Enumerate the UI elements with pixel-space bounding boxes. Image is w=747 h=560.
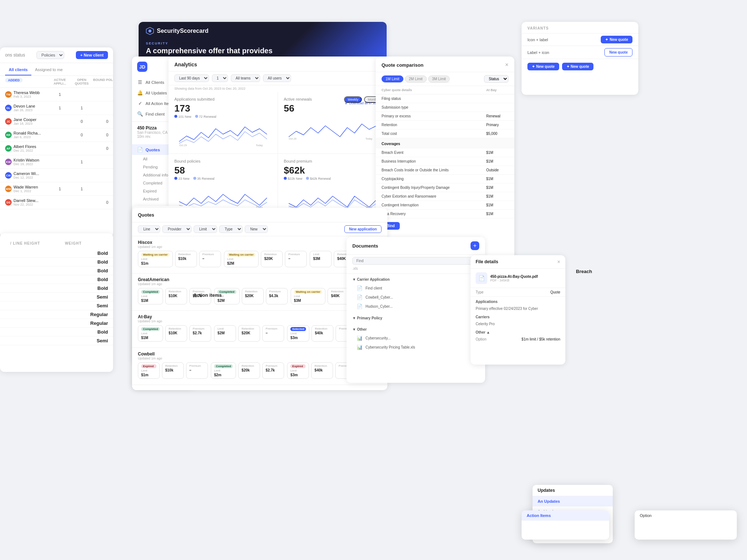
cov-data-label: Data Recovery [376, 210, 480, 218]
count-filter[interactable]: 1 [212, 74, 228, 82]
type-row: Bold [0, 284, 113, 293]
company-info: GreatAmerican Updated 1m ago [138, 277, 169, 286]
policies-select[interactable]: Policies [36, 51, 64, 59]
doc-item-find-client[interactable]: 📄 Find client [347, 284, 485, 293]
chart-legend-apps: 101 New 72 Renewal [174, 115, 272, 118]
client-info: RR Ronald Richa... Jan 6, 2023 [5, 131, 49, 139]
svg-text:Oct 29: Oct 29 [179, 144, 187, 147]
status-badge: Completed [214, 364, 233, 368]
carrier-value: $20k [241, 368, 257, 372]
new-filter[interactable]: New [245, 225, 268, 233]
quote-close-button[interactable]: × [505, 62, 508, 68]
carrier-value: $1m [141, 261, 170, 265]
download-btn[interactable]: ⬇ Download all in .xsl [345, 101, 377, 105]
open-quotes: 1 [71, 187, 93, 191]
active-apps: 1 [49, 92, 71, 97]
dropdown-option-item[interactable]: Option [635, 510, 737, 521]
other-section-title[interactable]: Other ▲ [471, 327, 565, 336]
tab-3m[interactable]: 3M Limit [428, 75, 450, 82]
status-badge: Expired [141, 364, 156, 368]
new-quote-btn-top2[interactable]: ✦ New quote [562, 63, 594, 70]
client-date: Nov 22, 2022 [13, 203, 38, 206]
users-filter[interactable]: All users [263, 74, 291, 82]
carrier-label: Retention [169, 290, 184, 293]
tab-2m[interactable]: 2M Limit [405, 75, 427, 82]
docs-add-button[interactable]: + [471, 241, 479, 250]
dropdown-an-updates[interactable]: An Updates [533, 496, 613, 506]
avatar: WW [5, 186, 12, 192]
quote-row-header: Cowbell Updated 1m ago [138, 351, 382, 360]
doc-item-hudson[interactable]: 📄 Hudson_Cyber... [347, 302, 485, 311]
doc-name-hudson: Hudson_Cyber... [365, 304, 393, 308]
client-name: Albert Flores [13, 144, 36, 149]
doc-item-pricing-table[interactable]: 📊 Cybersecurity Pricing Table.xls [347, 343, 485, 352]
variant-row-label-icon: Label + icon New quote [522, 46, 638, 59]
provider-filter[interactable]: Provider [162, 225, 191, 233]
other-docs-title[interactable]: ▼ Other [347, 325, 485, 334]
line-filter[interactable]: Line [138, 225, 160, 233]
file-details-close[interactable]: × [557, 259, 560, 265]
table-row[interactable]: RR Ronald Richa... Jan 6, 2023 0 0 [0, 128, 113, 142]
table-row[interactable]: CW Cameron Wi... Dec 12, 2022 [0, 169, 113, 182]
carrier-group: Waiting on carrier Limit $2M Retention $… [224, 251, 307, 267]
doc-item-cowbell[interactable]: 📄 Cowbell_Cyber... [347, 293, 485, 302]
quote-tabs: 1M Limit 2M Limit 3M Limit [382, 75, 450, 83]
primary-policy-title[interactable]: ▼ Primary Policy [347, 314, 485, 322]
type-filter[interactable]: Type [219, 225, 243, 233]
table-row[interactable]: DL Devon Lane Jan 26, 2023 1 1 [0, 101, 113, 115]
table-row[interactable]: DS Darrell Stew... Nov 22, 2022 0 [0, 196, 113, 209]
carrier-label: Limit [141, 295, 160, 298]
period-filter[interactable]: Last 90 days [174, 74, 209, 82]
docs-search-input[interactable] [352, 257, 479, 265]
table-row[interactable]: JC Jane Cooper Jan 18, 2023 0 0 [0, 115, 113, 128]
doc-name-pricing: Cybersecurity Pricing Table.xls [365, 345, 415, 349]
nav-label-quotes: Quotes [146, 148, 160, 152]
carrier-chip: Expired Limit $1m [138, 362, 160, 379]
dropdown-action-items-item[interactable]: Action Items [522, 510, 609, 521]
open-quotes: 0 [71, 133, 93, 137]
carrier-app-section-title[interactable]: ▼ Carrier Application [347, 275, 485, 284]
carrier-chip: Completed Limit $1M [138, 325, 163, 342]
teams-filter[interactable]: All teams [231, 74, 260, 82]
new-quote-btn-1[interactable]: ✦ New quote [601, 36, 632, 43]
client-info: DS Darrell Stew... Nov 22, 2022 [5, 198, 49, 206]
carrier-value: $2.7k [266, 368, 281, 372]
tab-1m[interactable]: 1M Limit [382, 75, 403, 82]
col-header-added: ADDED [5, 78, 49, 85]
avatar: DL [5, 105, 12, 111]
new-quote-btn-2[interactable]: New quote [604, 48, 632, 57]
client-date: Dec 21, 2022 [13, 149, 36, 152]
type-row: Semi [0, 302, 113, 310]
new-application-button[interactable]: New application [344, 225, 382, 233]
file-name: 450-pizza-At-Bay-Quote.pdf [490, 275, 538, 279]
client-name: Jane Cooper [13, 117, 36, 122]
status-select[interactable]: Status 2 [484, 75, 508, 83]
table-row[interactable]: TW Theresa Webb Feb 3, 2023 1 [0, 88, 113, 101]
coverages-section-header: Coverages [376, 138, 514, 148]
tab-all-clients[interactable]: All clients [5, 66, 31, 75]
client-info: CW Cameron Wi... Dec 12, 2022 [5, 171, 49, 179]
doc-item-cybersec[interactable]: 📊 Cybersecurity... [347, 334, 485, 343]
option-label: Option [476, 337, 486, 341]
carrier-value: $3m [290, 336, 306, 340]
docs-header: Documents + [347, 237, 485, 255]
new-client-button[interactable]: + New client [76, 51, 108, 59]
carrier-chip: Limit $2M [214, 325, 236, 342]
company-updated: Updated 1m ago [138, 245, 162, 249]
tab-assigned-to-me[interactable]: Assigned to me [31, 66, 66, 75]
legend-new-premium: $22k New [284, 177, 302, 180]
variant-label-1: Icon + label [527, 38, 548, 42]
carrier-chip: Retention $40k [311, 325, 333, 342]
table-row[interactable]: WW Wade Warren Dec 1, 2022 1 1 [0, 182, 113, 196]
status-badge: Waiting on carrier [227, 253, 256, 257]
avatar: CW [5, 172, 12, 179]
star-icon: ✦ [605, 38, 608, 42]
limit-filter[interactable]: Limit [194, 225, 217, 233]
doc-icon-cowbell: 📄 [357, 295, 363, 300]
table-row[interactable]: KW Kristin Watson Dec 19, 2022 1 [0, 155, 113, 169]
table-row[interactable]: AF Albert Flores Dec 21, 2022 0 [0, 142, 113, 155]
new-quote-btn-top[interactable]: ✦ New quote [527, 63, 559, 70]
carrier-value: – [202, 257, 218, 261]
active-apps: 1 [49, 106, 71, 110]
carrier-chip: Retention $10k [175, 251, 197, 267]
